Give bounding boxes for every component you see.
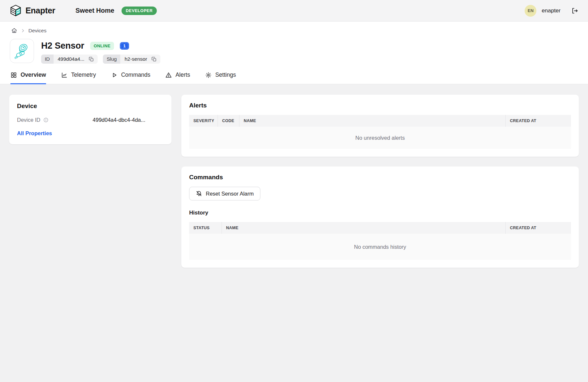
device-id-chip: ID 499d04a4... bbox=[41, 55, 98, 64]
column-name: NAME bbox=[239, 115, 506, 127]
column-code: CODE bbox=[218, 115, 239, 127]
alerts-table: SEVERITY CODE NAME CREATED AT No unresol… bbox=[189, 115, 571, 149]
tab-alerts-label: Alerts bbox=[175, 72, 190, 78]
alerts-card-title: Alerts bbox=[189, 102, 571, 109]
main-content: Device Device ID 499d04a4-dbc4-4da... Al… bbox=[0, 84, 588, 278]
topbar: Enapter Sweet Home DEVELOPER EN enapter bbox=[0, 0, 588, 22]
copy-slug-button[interactable] bbox=[151, 56, 160, 62]
history-empty-state: No commands history bbox=[189, 234, 571, 260]
all-properties-link[interactable]: All Properties bbox=[17, 130, 52, 136]
right-column: Alerts SEVERITY CODE NAME CREATED AT No … bbox=[181, 95, 579, 268]
user-avatar[interactable]: EN bbox=[525, 5, 536, 17]
tab-settings-label: Settings bbox=[215, 72, 236, 78]
tab-telemetry[interactable]: Telemetry bbox=[61, 72, 96, 84]
tab-commands[interactable]: Commands bbox=[111, 72, 150, 84]
enapter-logo-icon bbox=[10, 4, 22, 17]
history-table-header: STATUS NAME CREATED AT bbox=[189, 222, 571, 234]
status-badge-online: ONLINE bbox=[90, 42, 114, 50]
info-icon[interactable] bbox=[43, 117, 49, 123]
device-avatar bbox=[10, 39, 34, 63]
column-name: NAME bbox=[222, 222, 506, 234]
device-card: Device Device ID 499d04a4-dbc4-4da... Al… bbox=[9, 95, 172, 144]
column-status: STATUS bbox=[189, 222, 222, 234]
gear-icon bbox=[205, 72, 212, 78]
logo-text: Enapter bbox=[25, 6, 55, 15]
bell-off-icon bbox=[196, 190, 202, 197]
user-name[interactable]: enapter bbox=[542, 8, 561, 14]
device-slug-chip-value: h2-sensor bbox=[120, 55, 151, 64]
device-id-row: Device ID 499d04a4-dbc4-4da... bbox=[17, 117, 164, 123]
breadcrumb: Devices bbox=[0, 22, 588, 34]
device-id-chip-value: 499d04a4... bbox=[54, 55, 89, 64]
alerts-table-header: SEVERITY CODE NAME CREATED AT bbox=[189, 115, 571, 127]
line-chart-icon bbox=[61, 72, 68, 78]
alerts-card: Alerts SEVERITY CODE NAME CREATED AT No … bbox=[181, 95, 579, 157]
logout-button[interactable] bbox=[571, 7, 578, 14]
page-head: Devices H2 Sensor ONLINE bbox=[0, 22, 588, 84]
breadcrumb-devices[interactable]: Devices bbox=[28, 28, 46, 34]
device-id-label-text: Device ID bbox=[17, 117, 41, 123]
play-icon bbox=[111, 72, 118, 78]
device-card-title: Device bbox=[17, 103, 164, 110]
device-header: H2 Sensor ONLINE 1 ID 499d04a4... bbox=[0, 34, 588, 64]
tab-overview[interactable]: Overview bbox=[10, 72, 46, 84]
tab-overview-label: Overview bbox=[21, 72, 46, 78]
home-icon[interactable] bbox=[11, 27, 17, 34]
commands-card: Commands Reset Sensor Alarm History STAT… bbox=[181, 167, 579, 268]
h2-sensor-gauge-icon bbox=[12, 41, 31, 60]
reset-sensor-alarm-button[interactable]: Reset Sensor Alarm bbox=[189, 187, 260, 200]
copy-icon bbox=[151, 56, 157, 62]
copy-id-button[interactable] bbox=[89, 56, 98, 62]
column-severity: SEVERITY bbox=[189, 115, 218, 127]
device-slug-chip: Slug h2-sensor bbox=[103, 55, 160, 64]
alerts-empty-state: No unresolved alerts bbox=[189, 127, 571, 149]
reset-sensor-alarm-label: Reset Sensor Alarm bbox=[206, 191, 254, 197]
device-slug-chip-label: Slug bbox=[103, 55, 120, 64]
tab-settings[interactable]: Settings bbox=[205, 72, 236, 84]
tab-commands-label: Commands bbox=[121, 72, 150, 78]
tab-telemetry-label: Telemetry bbox=[71, 72, 96, 78]
tab-bar: Overview Telemetry Commands bbox=[0, 64, 588, 84]
device-id-label: Device ID bbox=[17, 117, 49, 123]
chevron-right-icon bbox=[21, 28, 25, 33]
device-id-value: 499d04a4-dbc4-4da... bbox=[93, 117, 145, 123]
alert-count-badge[interactable]: 1 bbox=[120, 42, 129, 50]
warning-triangle-icon bbox=[165, 72, 172, 78]
copy-icon bbox=[89, 56, 94, 62]
commands-card-title: Commands bbox=[189, 174, 571, 181]
device-head-main: H2 Sensor ONLINE 1 ID 499d04a4... bbox=[41, 39, 160, 64]
history-title: History bbox=[189, 210, 571, 216]
history-table: STATUS NAME CREATED AT No commands histo… bbox=[189, 222, 571, 260]
device-id-chip-label: ID bbox=[41, 55, 54, 64]
logout-icon bbox=[571, 7, 578, 14]
tab-alerts[interactable]: Alerts bbox=[165, 72, 190, 84]
column-created-at: CREATED AT bbox=[506, 222, 571, 234]
device-title: H2 Sensor bbox=[41, 41, 84, 51]
topbar-right: EN enapter bbox=[525, 5, 578, 17]
column-created-at: CREATED AT bbox=[506, 115, 571, 127]
enapter-logo[interactable]: Enapter bbox=[10, 4, 55, 17]
developer-badge: DEVELOPER bbox=[122, 7, 157, 15]
grid-icon bbox=[10, 72, 17, 78]
org-name[interactable]: Sweet Home bbox=[75, 7, 114, 14]
